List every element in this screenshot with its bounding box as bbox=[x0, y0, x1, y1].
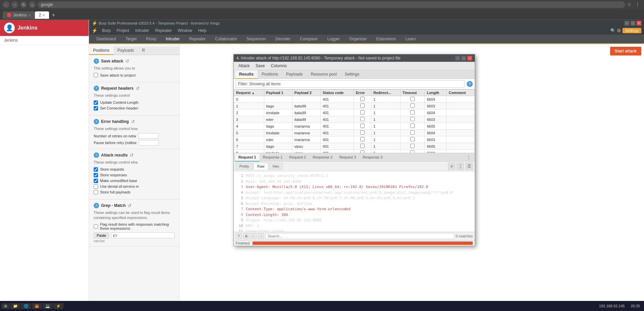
col-payload1[interactable]: Payload 1 bbox=[264, 90, 292, 96]
tab-sequencer[interactable]: Sequencer bbox=[242, 35, 271, 44]
search-settings-button[interactable]: ⚙ bbox=[243, 233, 249, 239]
attack-tab-positions[interactable]: Positions bbox=[258, 70, 282, 79]
tab-learn[interactable]: Learn bbox=[401, 35, 420, 44]
attack-menu-attack[interactable]: Attack bbox=[236, 63, 252, 69]
wrap-text-button[interactable]: ≡ bbox=[448, 163, 455, 170]
save-attack-checkbox[interactable] bbox=[94, 73, 98, 77]
grep-input[interactable] bbox=[111, 232, 175, 238]
grep-flag-checkbox[interactable] bbox=[94, 224, 98, 229]
attack-tab-settings[interactable]: Settings bbox=[341, 70, 363, 79]
attack-tab-results[interactable]: Results bbox=[235, 70, 258, 79]
filter-input[interactable] bbox=[236, 80, 465, 88]
taskbar-burp[interactable]: ⚡ bbox=[53, 303, 63, 309]
search-input[interactable] bbox=[265, 233, 454, 239]
error-handling-refresh[interactable]: ↺ bbox=[131, 119, 136, 124]
menu-intruder[interactable]: Intruder bbox=[133, 27, 152, 34]
tab-target[interactable]: Target bbox=[121, 35, 141, 44]
tab-extensions[interactable]: Extensions bbox=[372, 35, 401, 44]
request-headers-refresh[interactable]: ↺ bbox=[136, 86, 141, 91]
subtab-r[interactable]: R bbox=[138, 47, 149, 55]
tab-logger[interactable]: Logger bbox=[323, 35, 344, 44]
tab-proxy[interactable]: Proxy bbox=[141, 35, 161, 44]
taskbar-browser[interactable]: 🌐 bbox=[21, 303, 31, 309]
attack-tab-payloads[interactable]: Payloads bbox=[282, 70, 307, 79]
tab-dashboard[interactable]: Dashboard bbox=[92, 35, 121, 44]
col-status[interactable]: Status code bbox=[321, 90, 354, 96]
make-unmodified-checkbox[interactable] bbox=[94, 179, 98, 183]
col-payload2[interactable]: Payload 2 bbox=[292, 90, 320, 96]
col-error[interactable]: Error bbox=[354, 90, 371, 96]
table-row[interactable]: 0 401 1 6604 bbox=[234, 96, 475, 103]
tab-decoder[interactable]: Decoder bbox=[271, 35, 295, 44]
store-responses-checkbox[interactable] bbox=[94, 173, 98, 177]
search-next-button[interactable]: → bbox=[258, 233, 264, 239]
update-content-checkbox[interactable] bbox=[94, 100, 98, 105]
attack-maximize-button[interactable]: □ bbox=[461, 56, 466, 60]
menu-icon[interactable]: ⋮ bbox=[635, 2, 641, 8]
start-attack-button[interactable]: Start attack bbox=[610, 47, 641, 55]
grep-match-refresh[interactable]: ↺ bbox=[128, 203, 133, 208]
settings-icon[interactable]: ⚙ bbox=[617, 28, 621, 33]
tab-repeater[interactable]: Repeater bbox=[184, 35, 210, 44]
search-icon[interactable]: 🔍 bbox=[610, 28, 615, 33]
taskbar-terminal[interactable]: 💻 bbox=[43, 303, 53, 309]
reload-button[interactable]: ↻ bbox=[20, 1, 27, 8]
content-tab-pretty[interactable]: Pretty bbox=[236, 163, 253, 170]
home-button[interactable]: ⌂ bbox=[29, 1, 36, 8]
table-row[interactable]: 2 trindade italia99 401 1 6604 bbox=[234, 109, 475, 116]
table-row[interactable]: 7 tiago vipsu 401 1 6605 bbox=[234, 143, 475, 150]
table-row[interactable]: 5 trindade marianna 401 1 6604 bbox=[234, 130, 475, 136]
subtab-positions[interactable]: Positions bbox=[89, 47, 113, 55]
settings-label[interactable]: Settings bbox=[623, 28, 641, 33]
url-bar[interactable] bbox=[38, 1, 625, 8]
menu-help[interactable]: Help bbox=[195, 27, 209, 34]
attack-minimize-button[interactable]: ─ bbox=[455, 56, 460, 60]
content-tab-hex[interactable]: Hex bbox=[269, 163, 283, 170]
back-button[interactable]: ← bbox=[3, 1, 9, 8]
attack-menu-columns[interactable]: Columns bbox=[268, 63, 289, 69]
table-row[interactable]: 6 eder marianna 401 1 6603 bbox=[234, 136, 475, 143]
store-requests-checkbox[interactable] bbox=[94, 167, 98, 172]
req-res-tab-request3[interactable]: Request 3 bbox=[336, 153, 359, 162]
menu-repeater[interactable]: Repeater bbox=[152, 27, 174, 34]
tab-collaborator[interactable]: Collaborator bbox=[211, 35, 242, 44]
close-tab-1[interactable]: ✕ bbox=[28, 13, 31, 17]
forward-button[interactable]: → bbox=[11, 1, 18, 8]
attack-results-refresh[interactable]: ↺ bbox=[130, 152, 135, 158]
tab-intruder[interactable]: Intruder bbox=[161, 35, 184, 44]
req-res-more-button[interactable]: ⋮ bbox=[464, 153, 473, 161]
more-options-button[interactable]: ☰ bbox=[465, 163, 473, 170]
browser-tab-jenkins[interactable]: 🔴 Jenkins ✕ bbox=[3, 11, 35, 19]
maximize-button[interactable]: □ bbox=[631, 21, 635, 26]
table-row[interactable]: 8 trindade vipsu 401 1 6604 bbox=[234, 150, 475, 153]
use-denial-checkbox[interactable] bbox=[94, 184, 98, 189]
col-timeout[interactable]: Timeout bbox=[400, 90, 425, 96]
pause-input[interactable] bbox=[139, 140, 159, 145]
table-row[interactable]: 1 tiago italia99 401 1 6603 bbox=[234, 103, 475, 109]
content-tab-raw[interactable]: Raw bbox=[254, 163, 268, 170]
req-res-tab-response2[interactable]: Response 2 bbox=[309, 153, 336, 162]
taskbar-firefox[interactable]: 🦊 bbox=[32, 303, 42, 309]
minimize-button[interactable]: ─ bbox=[625, 21, 629, 26]
paste-button[interactable]: Paste bbox=[94, 232, 109, 238]
col-request[interactable]: Request ▲ bbox=[234, 90, 264, 96]
attack-menu-save[interactable]: Save bbox=[253, 63, 267, 69]
col-redirect[interactable]: Redirect... bbox=[371, 90, 401, 96]
req-res-tab-response1[interactable]: Response 1 bbox=[260, 153, 286, 162]
search-prev-button[interactable]: ← bbox=[250, 233, 257, 239]
retries-input[interactable] bbox=[138, 133, 158, 139]
close-button[interactable]: ✕ bbox=[637, 21, 641, 26]
bookmark-icon[interactable]: ☆ bbox=[627, 2, 633, 8]
new-tab-button[interactable]: + bbox=[49, 11, 57, 19]
indent-button[interactable]: ⌶ bbox=[457, 163, 464, 170]
filter-help-button[interactable]: ? bbox=[467, 81, 473, 87]
menu-window[interactable]: Window bbox=[175, 27, 195, 34]
req-res-tab-request2[interactable]: Request 2 bbox=[286, 153, 309, 162]
col-length[interactable]: Length bbox=[425, 90, 447, 96]
taskbar-folder[interactable]: 📁 bbox=[10, 303, 20, 309]
menu-burp[interactable]: Burp bbox=[99, 27, 113, 34]
save-attack-refresh[interactable]: ↺ bbox=[125, 58, 131, 64]
table-row[interactable]: 4 tiago marianna 401 1 6605 bbox=[234, 123, 475, 130]
tab-comparer[interactable]: Comparer bbox=[295, 35, 322, 44]
tab-organizer[interactable]: Organizer bbox=[344, 35, 372, 44]
